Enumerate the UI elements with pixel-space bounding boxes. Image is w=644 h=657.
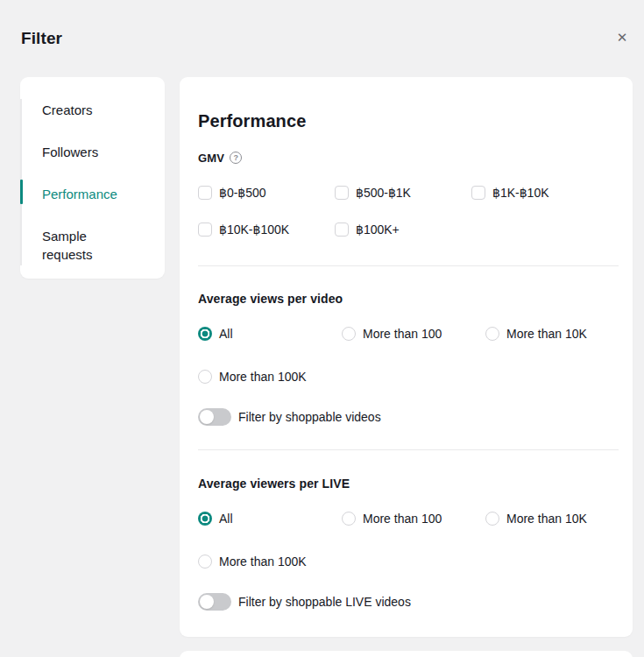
gmv-option-10k-100k[interactable]: ฿10K-฿100K <box>198 222 335 237</box>
sidebar-list: Creators Followers Performance Sample re… <box>42 101 156 287</box>
views-option-more-10k[interactable]: More than 10K <box>485 326 587 342</box>
shoppable-videos-toggle-row: Filter by shoppable videos <box>198 408 619 426</box>
dialog-title: Filter <box>21 29 62 48</box>
panel-title: Performance <box>198 110 619 132</box>
radio-label: More than 100 <box>363 511 442 526</box>
gmv-option-1k-10k[interactable]: ฿1K-฿10K <box>471 185 549 201</box>
live-option-more-10k[interactable]: More than 10K <box>485 511 587 526</box>
sidebar-item-sample-requests[interactable]: Sample requests <box>42 227 140 264</box>
views-option-all[interactable]: All <box>198 326 342 342</box>
checkbox-icon[interactable] <box>335 223 349 237</box>
views-option-more-100k[interactable]: More than 100K <box>198 369 307 385</box>
live-option-more-100k[interactable]: More than 100K <box>198 554 307 569</box>
next-section-card <box>180 651 633 657</box>
radio-selected-icon[interactable] <box>198 512 212 526</box>
views-radio-row-2: More than 100K <box>198 367 619 386</box>
close-icon: ✕ <box>617 31 628 44</box>
checkbox-label: ฿0-฿500 <box>219 185 266 201</box>
shoppable-videos-toggle[interactable] <box>198 408 231 426</box>
live-option-all[interactable]: All <box>198 511 342 526</box>
sidebar-item-followers[interactable]: Followers <box>42 143 140 161</box>
views-radio-row-1: All More than 100 More than 10K <box>198 324 619 343</box>
radio-label: More than 10K <box>506 326 587 342</box>
sidebar-item-creators[interactable]: Creators <box>42 101 140 119</box>
live-option-more-100[interactable]: More than 100 <box>342 511 485 526</box>
radio-icon[interactable] <box>198 555 212 569</box>
radio-label: More than 100 <box>363 326 442 342</box>
gmv-option-0-500[interactable]: ฿0-฿500 <box>198 185 335 201</box>
checkbox-label: ฿10K-฿100K <box>219 222 289 237</box>
toggle-label: Filter by shoppable LIVE videos <box>238 594 411 610</box>
checkbox-icon[interactable] <box>471 186 485 200</box>
filter-category-sidebar: Creators Followers Performance Sample re… <box>20 77 165 279</box>
checkbox-label: ฿100K+ <box>356 222 400 237</box>
section-divider <box>198 265 619 266</box>
radio-icon[interactable] <box>198 370 212 384</box>
filter-dialog: Filter ✕ Creators Followers Performance … <box>0 0 644 657</box>
gmv-label-row: GMV ? <box>198 151 619 165</box>
views-section-label: Average views per video <box>198 291 619 307</box>
gmv-checkbox-row-2: ฿10K-฿100K ฿100K+ <box>198 220 619 239</box>
sidebar-item-performance[interactable]: Performance <box>42 185 140 203</box>
gmv-label: GMV <box>198 152 224 165</box>
help-icon[interactable]: ? <box>230 152 242 164</box>
radio-label: More than 10K <box>506 511 587 526</box>
gmv-option-100k-plus[interactable]: ฿100K+ <box>335 222 400 237</box>
checkbox-label: ฿1K-฿10K <box>492 185 549 201</box>
close-button[interactable]: ✕ <box>612 27 632 46</box>
toggle-knob <box>200 595 214 609</box>
radio-icon[interactable] <box>485 327 499 341</box>
radio-label: More than 100K <box>219 554 307 569</box>
checkbox-icon[interactable] <box>335 186 349 200</box>
checkbox-label: ฿500-฿1K <box>356 185 411 201</box>
checkbox-icon[interactable] <box>198 223 212 237</box>
radio-label: All <box>219 326 233 342</box>
radio-label: More than 100K <box>219 369 307 385</box>
toggle-label: Filter by shoppable videos <box>238 409 381 425</box>
gmv-checkbox-row-1: ฿0-฿500 ฿500-฿1K ฿1K-฿10K <box>198 183 619 202</box>
radio-icon[interactable] <box>342 327 356 341</box>
toggle-knob <box>200 410 214 424</box>
radio-icon[interactable] <box>485 512 499 526</box>
active-tab-indicator <box>20 180 23 204</box>
section-divider <box>198 449 619 450</box>
live-radio-row-2: More than 100K <box>198 552 619 571</box>
shoppable-live-toggle-row: Filter by shoppable LIVE videos <box>198 593 619 611</box>
live-section-label: Average viewers per LIVE <box>198 476 619 491</box>
gmv-option-500-1k[interactable]: ฿500-฿1K <box>335 185 471 201</box>
performance-panel: Performance GMV ? ฿0-฿500 ฿500-฿1K ฿1K-฿… <box>180 77 633 637</box>
live-radio-row-1: All More than 100 More than 10K <box>198 509 619 528</box>
radio-icon[interactable] <box>342 512 356 526</box>
checkbox-icon[interactable] <box>198 186 212 200</box>
views-option-more-100[interactable]: More than 100 <box>342 326 485 342</box>
shoppable-live-toggle[interactable] <box>198 593 231 611</box>
radio-label: All <box>219 511 233 526</box>
radio-selected-icon[interactable] <box>198 327 212 341</box>
